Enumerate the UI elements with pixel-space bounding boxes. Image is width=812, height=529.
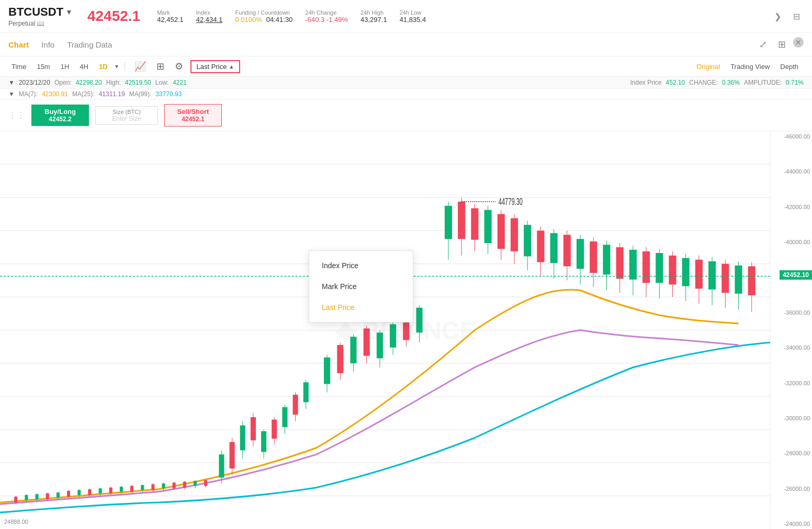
- price-tick-10: -28000.00: [773, 450, 810, 456]
- tf-15m-btn[interactable]: 15m: [33, 62, 53, 72]
- buy-long-button[interactable]: Buy/Long 42452.2: [31, 105, 89, 126]
- time-label-btn[interactable]: Time: [8, 62, 29, 72]
- expand-icon[interactable]: ❯: [770, 9, 785, 24]
- last-price-button[interactable]: Last Price ▲: [190, 60, 241, 73]
- svg-rect-94: [511, 218, 518, 251]
- symbol-name[interactable]: BTCUSDT ▼: [8, 5, 73, 19]
- svg-rect-54: [240, 426, 245, 451]
- svg-rect-72: [350, 337, 356, 363]
- tab-chart[interactable]: Chart: [8, 40, 29, 49]
- price-tick-12: -24000.00: [773, 521, 810, 527]
- svg-rect-34: [130, 486, 133, 492]
- svg-rect-14: [25, 495, 28, 500]
- chart-settings-icon[interactable]: ⚙: [172, 60, 186, 73]
- current-price-badge: 42452.10: [780, 270, 812, 280]
- tab-info[interactable]: Info: [41, 40, 54, 49]
- perpetual-label: Perpetual 📖: [8, 20, 73, 27]
- price-chart-svg: 44779.30: [0, 131, 770, 529]
- svg-rect-26: [88, 489, 91, 495]
- svg-rect-120: [682, 258, 690, 286]
- main-layout: BTCUSDT ▼ Perpetual 📖 42452.1 Mark 42,45…: [0, 0, 812, 529]
- svg-rect-112: [629, 250, 637, 280]
- price-tick-3: -42000.00: [773, 204, 810, 210]
- grid-layout-icon[interactable]: ⊞: [774, 37, 789, 52]
- book-icon: 📖: [37, 20, 44, 27]
- tf-1h-btn[interactable]: 1H: [58, 62, 73, 72]
- svg-rect-118: [669, 256, 676, 284]
- svg-rect-52: [230, 442, 235, 469]
- tab-bar: Chart Info Trading Data ⤢ ⊞ ✕: [0, 33, 812, 56]
- header-right-icons: ❯ ⊟: [770, 9, 804, 24]
- ma-collapse-arrow[interactable]: ▼: [8, 90, 15, 98]
- svg-rect-22: [67, 491, 70, 497]
- ci-date: 2023/12/20: [19, 79, 50, 86]
- svg-rect-28: [99, 488, 102, 493]
- price-tick-9: -30000.00: [773, 415, 810, 421]
- svg-rect-82: [416, 308, 422, 333]
- layout-icon[interactable]: ⊟: [789, 9, 804, 24]
- chart-type-grid-icon[interactable]: ⊞: [153, 60, 167, 73]
- price-tick-4: -40000.00: [773, 239, 810, 245]
- trade-panel: ⋮⋮ Buy/Long 42452.2 Size (BTC) Enter Siz…: [0, 100, 812, 131]
- change-stat: 24h Change -640.3 -1.49%: [305, 9, 348, 24]
- svg-rect-62: [282, 407, 287, 427]
- sell-short-button[interactable]: Sell/Short 42452.1: [164, 104, 222, 126]
- tf-1d-btn[interactable]: 1D: [96, 62, 111, 72]
- chart-type-line-icon[interactable]: 📈: [131, 60, 149, 73]
- svg-rect-18: [46, 493, 49, 499]
- svg-rect-116: [656, 253, 663, 283]
- svg-rect-104: [577, 239, 584, 269]
- svg-rect-88: [471, 208, 478, 239]
- svg-rect-76: [377, 332, 383, 358]
- drag-handle[interactable]: ⋮⋮: [8, 110, 25, 120]
- svg-rect-42: [173, 482, 176, 488]
- svg-rect-24: [77, 490, 81, 495]
- header-stats: Mark 42,452.1 Index 42,434.1 Funding / C…: [157, 9, 762, 24]
- high-stat: 24h High 43,297.1: [360, 9, 387, 24]
- svg-rect-100: [550, 233, 558, 263]
- svg-rect-40: [162, 484, 165, 489]
- close-tab-icon[interactable]: ✕: [793, 37, 804, 48]
- timeframe-dropdown-arrow[interactable]: ▾: [115, 63, 118, 70]
- svg-rect-50: [219, 454, 224, 477]
- svg-rect-32: [120, 487, 123, 492]
- svg-rect-16: [36, 494, 39, 499]
- svg-rect-90: [484, 210, 492, 243]
- price-type-dropdown: Index Price Mark Price Last Price: [309, 250, 413, 323]
- svg-rect-66: [303, 382, 309, 402]
- tab-trading-data[interactable]: Trading Data: [67, 40, 112, 49]
- svg-rect-64: [293, 395, 298, 415]
- price-tick-7: -34000.00: [773, 344, 810, 351]
- price-tick-11: -26000.00: [773, 486, 810, 492]
- svg-rect-108: [603, 245, 610, 274]
- svg-rect-106: [590, 242, 597, 273]
- fullscreen-icon[interactable]: ⤢: [755, 37, 770, 52]
- tf-4h-btn[interactable]: 4H: [76, 62, 92, 72]
- view-tradingview-btn[interactable]: Trading View: [725, 61, 775, 72]
- dropdown-mark-price[interactable]: Mark Price: [309, 276, 413, 297]
- mark-stat: Mark 42,452.1: [157, 9, 184, 24]
- funding-stat: Funding / Countdown 0.0100% 04:41:30: [235, 9, 292, 24]
- svg-rect-12: [14, 497, 17, 502]
- svg-rect-74: [364, 328, 370, 355]
- svg-rect-124: [708, 261, 716, 290]
- svg-rect-86: [458, 202, 465, 239]
- ma-row: ▼ MA(7): 42300.91 MA(25): 41311.19 MA(99…: [0, 89, 812, 100]
- index-stat: Index 42,434.1: [196, 9, 223, 24]
- svg-rect-122: [695, 260, 703, 289]
- symbol-dropdown-arrow[interactable]: ▼: [65, 8, 73, 16]
- view-depth-btn[interactable]: Depth: [775, 61, 804, 72]
- dropdown-index-price[interactable]: Index Price: [309, 255, 413, 276]
- bottom-price-label: 24888.00: [4, 519, 28, 525]
- svg-rect-48: [204, 480, 207, 486]
- chart-area: ◆ BINANCE: [0, 131, 812, 529]
- svg-rect-130: [748, 266, 755, 295]
- price-tick-2: -44000.00: [773, 168, 810, 175]
- low-stat: 24h Low 41,835.4: [400, 9, 426, 24]
- svg-text:44779.30: 44779.30: [499, 197, 523, 207]
- svg-rect-60: [272, 420, 277, 439]
- svg-rect-38: [151, 484, 154, 490]
- dropdown-last-price[interactable]: Last Price: [309, 297, 413, 318]
- view-original-btn[interactable]: Original: [691, 61, 725, 72]
- svg-rect-98: [537, 231, 544, 262]
